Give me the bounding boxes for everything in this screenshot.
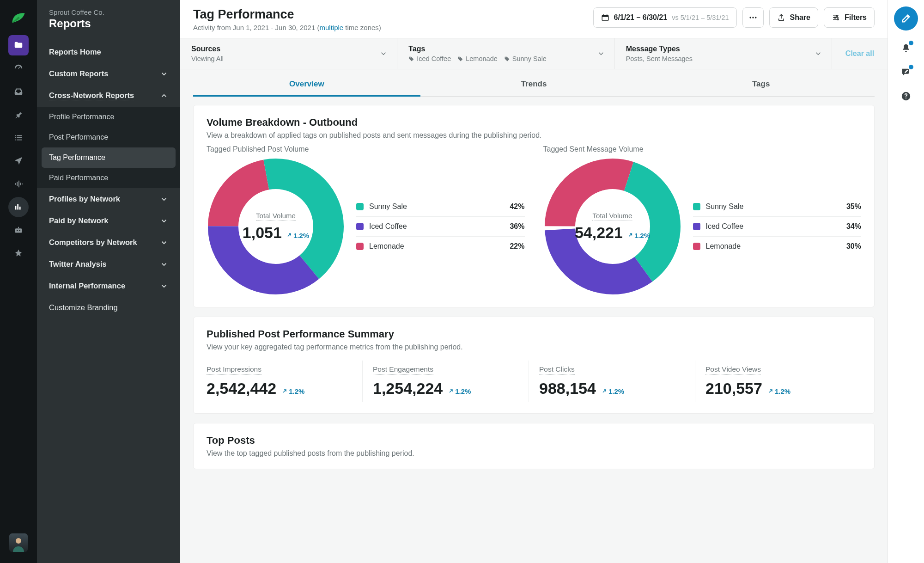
sidebar-competitors-by-network[interactable]: Competitors by Network bbox=[37, 232, 180, 253]
compose-button[interactable] bbox=[894, 6, 918, 31]
help-button[interactable] bbox=[900, 90, 912, 103]
filter-value: Iced Coffee Lemonade Sunny Sale bbox=[408, 55, 603, 62]
filter-value: Viewing All bbox=[191, 55, 386, 62]
donut-heading: Tagged Sent Message Volume bbox=[543, 145, 862, 153]
svg-point-2 bbox=[752, 17, 754, 18]
legend-label: Sunny Sale bbox=[369, 202, 407, 211]
nav-waveform-icon[interactable] bbox=[8, 174, 29, 194]
activity-suffix-text: time zones) bbox=[343, 24, 381, 31]
sidebar-cross-network-sub: Profile Performance Post Performance Tag… bbox=[37, 107, 180, 188]
more-menu-button[interactable] bbox=[742, 7, 764, 28]
metric-value: 1,254,224 bbox=[373, 379, 443, 398]
share-label: Share bbox=[790, 13, 810, 22]
svg-point-4 bbox=[836, 15, 838, 17]
sidebar-profile-performance[interactable]: Profile Performance bbox=[37, 107, 180, 127]
sprout-logo-icon[interactable] bbox=[7, 6, 30, 28]
nav-bot-icon[interactable] bbox=[8, 220, 29, 240]
chevron-down-icon bbox=[160, 195, 168, 203]
legend-value: 42% bbox=[510, 202, 524, 211]
nav-dashboard-icon[interactable] bbox=[8, 58, 29, 79]
metric-label: Post Clicks bbox=[539, 365, 575, 375]
sidebar-item-label: Reports Home bbox=[49, 48, 101, 56]
chevron-down-icon bbox=[160, 70, 168, 78]
svg-point-7 bbox=[410, 57, 411, 58]
chevron-down-icon bbox=[814, 49, 822, 58]
nav-inbox-icon[interactable] bbox=[8, 81, 29, 102]
svg-point-17 bbox=[906, 98, 906, 98]
trend-up: 1.2% bbox=[602, 387, 624, 395]
content-scroll[interactable]: Volume Breakdown - Outbound View a break… bbox=[180, 97, 888, 563]
trend-value: 1.2% bbox=[775, 387, 790, 395]
right-rail bbox=[888, 0, 924, 563]
sidebar-customize-branding[interactable]: Customize Branding bbox=[37, 297, 180, 318]
legend-value: 34% bbox=[846, 222, 861, 231]
sidebar-item-label: Twitter Analysis bbox=[49, 260, 107, 269]
share-button[interactable]: Share bbox=[769, 7, 818, 28]
metric-clicks: Post Clicks 988,154 1.2% bbox=[529, 361, 695, 402]
date-range-main: 6/1/21 – 6/30/21 bbox=[614, 13, 668, 22]
filter-value: Posts, Sent Messages bbox=[626, 55, 821, 62]
arrow-up-right-icon bbox=[768, 388, 773, 394]
nav-list-icon[interactable] bbox=[8, 128, 29, 148]
date-range-compare: vs 5/1/21 – 5/31/21 bbox=[672, 14, 729, 21]
trend-value: 1.2% bbox=[289, 387, 304, 395]
legend-value: 30% bbox=[846, 242, 861, 251]
sidebar-custom-reports[interactable]: Custom Reports bbox=[37, 63, 180, 85]
filter-sources[interactable]: Sources Viewing All bbox=[180, 38, 397, 69]
sidebar-paid-by-network[interactable]: Paid by Network bbox=[37, 210, 180, 232]
donut-row: Tagged Published Post Volume bbox=[207, 145, 861, 296]
ellipsis-icon bbox=[748, 13, 758, 22]
filter-message-types[interactable]: Message Types Posts, Sent Messages bbox=[615, 38, 832, 69]
sidebar-paid-performance[interactable]: Paid Performance bbox=[37, 168, 180, 188]
user-avatar[interactable] bbox=[9, 533, 28, 552]
chevron-down-icon bbox=[160, 239, 168, 247]
sidebar-cross-network[interactable]: Cross-Network Reports bbox=[37, 85, 180, 107]
reports-sidebar: Sprout Coffee Co. Reports Reports Home C… bbox=[37, 0, 180, 563]
nav-send-icon[interactable] bbox=[8, 151, 29, 171]
activity-multiple-link[interactable]: multiple bbox=[319, 24, 343, 31]
feedback-button[interactable] bbox=[900, 66, 912, 79]
donut-center-value: 1,051 bbox=[243, 224, 282, 242]
legend-label: Iced Coffee bbox=[706, 222, 744, 231]
tab-trends[interactable]: Trends bbox=[420, 74, 648, 97]
nav-analytics-icon[interactable] bbox=[8, 197, 29, 217]
sidebar-internal-performance[interactable]: Internal Performance bbox=[37, 275, 180, 297]
metric-label: Post Engagements bbox=[373, 365, 433, 375]
swatch-purple bbox=[356, 223, 364, 230]
metric-video-views: Post Video Views 210,557 1.2% bbox=[695, 361, 861, 402]
tag-chip: Lemonade bbox=[457, 55, 498, 62]
metric-value: 988,154 bbox=[539, 379, 596, 398]
section-name: Reports bbox=[49, 17, 168, 30]
svg-point-1 bbox=[749, 17, 751, 18]
nav-folder-icon[interactable] bbox=[8, 35, 29, 55]
global-nav-rail bbox=[0, 0, 37, 563]
tag-icon bbox=[408, 56, 414, 62]
post-volume-block: Tagged Published Post Volume bbox=[207, 145, 525, 296]
sidebar-twitter-analysis[interactable]: Twitter Analysis bbox=[37, 253, 180, 275]
filter-tags[interactable]: Tags Iced Coffee Lemonade Sunny Sale bbox=[397, 38, 614, 69]
svg-point-5 bbox=[834, 17, 836, 18]
tab-tags[interactable]: Tags bbox=[647, 74, 875, 97]
card-title: Published Post Performance Summary bbox=[207, 328, 861, 340]
sidebar-tag-performance[interactable]: Tag Performance bbox=[42, 147, 176, 168]
notification-badge bbox=[909, 65, 913, 69]
tab-overview[interactable]: Overview bbox=[193, 74, 420, 97]
sidebar-post-performance[interactable]: Post Performance bbox=[37, 127, 180, 147]
nav-star-icon[interactable] bbox=[8, 243, 29, 263]
donut-center: Total Volume 54,221 1.2% bbox=[575, 212, 650, 242]
filters-button[interactable]: Filters bbox=[824, 7, 875, 28]
chevron-down-icon bbox=[597, 49, 605, 58]
clear-all-button[interactable]: Clear all bbox=[832, 38, 888, 69]
sidebar-profiles-by-network[interactable]: Profiles by Network bbox=[37, 188, 180, 210]
sidebar-reports-home[interactable]: Reports Home bbox=[37, 41, 180, 63]
notifications-button[interactable] bbox=[900, 42, 912, 55]
date-range-button[interactable]: 6/1/21 – 6/30/21 vs 5/1/21 – 5/31/21 bbox=[593, 7, 737, 28]
nav-pin-icon[interactable] bbox=[8, 104, 29, 125]
legend-row: Sunny Sale 35% bbox=[693, 197, 862, 217]
legend-row: Lemonade 30% bbox=[693, 237, 862, 256]
legend-label: Lemonade bbox=[369, 242, 404, 251]
notification-badge bbox=[909, 41, 913, 45]
share-icon bbox=[777, 13, 785, 22]
tag-label: Lemonade bbox=[466, 55, 498, 62]
tag-icon bbox=[457, 56, 463, 62]
